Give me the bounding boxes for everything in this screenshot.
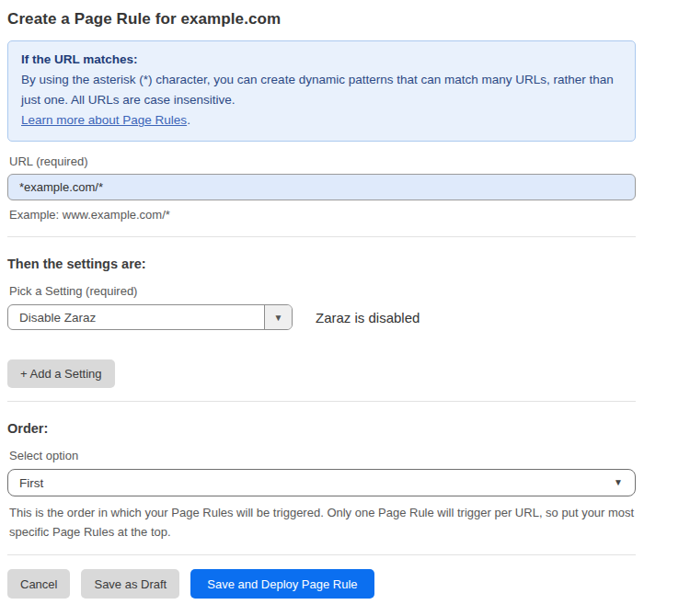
url-input[interactable] (7, 174, 636, 200)
section-divider (7, 236, 636, 237)
info-box-link-line: Learn more about Page Rules. (21, 110, 622, 131)
section-divider (7, 554, 636, 555)
url-example-hint: Example: www.example.com/* (9, 206, 636, 223)
form-actions: Cancel Save as Draft Save and Deploy Pag… (7, 569, 636, 599)
chevron-down-icon: ▼ (274, 313, 283, 323)
url-field-label: URL (required) (9, 154, 636, 168)
url-match-info-box: If the URL matches: By using the asteris… (7, 40, 636, 142)
order-select-label: Select option (9, 449, 636, 462)
link-period: . (187, 113, 190, 127)
info-box-body: By using the asterisk (*) character, you… (21, 70, 622, 110)
setting-status-text: Zaraz is disabled (316, 310, 420, 325)
order-help-text: This is the order in which your Page Rul… (9, 503, 635, 542)
setting-select-caret-button[interactable]: ▼ (264, 305, 292, 329)
page-title: Create a Page Rule for example.com (7, 10, 636, 29)
setting-select-value: Disable Zaraz (8, 305, 264, 329)
info-box-heading: If the URL matches: (21, 50, 622, 70)
create-page-rule-form: Create a Page Rule for example.com If th… (0, 0, 690, 616)
save-and-deploy-button[interactable]: Save and Deploy Page Rule (190, 569, 374, 599)
pick-setting-label: Pick a Setting (required) (9, 284, 636, 298)
settings-section-heading: Then the settings are: (7, 257, 636, 271)
cancel-button[interactable]: Cancel (7, 569, 70, 599)
order-select[interactable]: First ▼ (7, 469, 636, 496)
save-as-draft-button[interactable]: Save as Draft (81, 569, 179, 599)
order-section-heading: Order: (7, 421, 636, 436)
setting-select[interactable]: Disable Zaraz ▼ (7, 304, 293, 330)
learn-more-link[interactable]: Learn more about Page Rules (21, 113, 187, 127)
order-select-value: First (19, 476, 43, 490)
setting-picker-row: Disable Zaraz ▼ Zaraz is disabled (7, 304, 636, 330)
add-setting-button[interactable]: + Add a Setting (7, 359, 115, 388)
section-divider (7, 401, 636, 402)
chevron-down-icon: ▼ (614, 477, 623, 487)
